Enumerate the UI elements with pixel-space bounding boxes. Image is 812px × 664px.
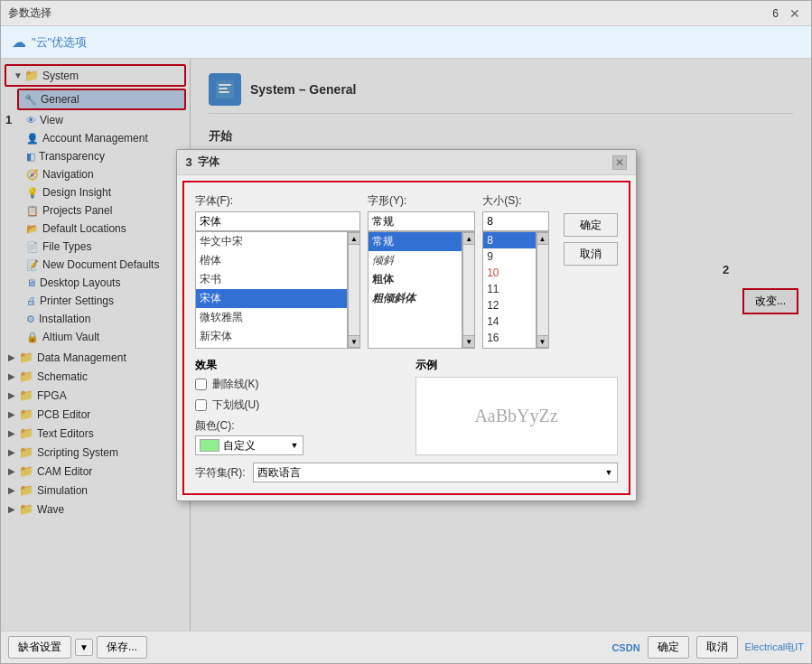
style-scrollbar-track xyxy=(463,245,474,335)
charset-select[interactable]: 西欧语言 ▼ xyxy=(253,463,618,482)
style-scrollbar-up-btn[interactable]: ▲ xyxy=(462,232,475,245)
font-style-label: 字形(Y): xyxy=(368,193,475,209)
charset-label: 字符集(R): xyxy=(195,465,249,481)
size-scrollbar-up-btn[interactable]: ▲ xyxy=(537,232,549,245)
font-style-list[interactable]: 常规 倾斜 粗体 粗倾斜体 xyxy=(368,231,462,349)
font-style-item-regular[interactable]: 常规 xyxy=(369,232,462,251)
effect-strikethrough-item[interactable]: 删除线(K) xyxy=(195,377,397,392)
font-dialog-close-button[interactable]: ✕ xyxy=(612,155,627,170)
charset-value: 西欧语言 xyxy=(257,465,301,481)
font-size-item-14[interactable]: 14 xyxy=(483,313,535,330)
sample-text: AaBbYyZz xyxy=(474,406,557,426)
font-name-col: 字体(F): 华文中宋 楷体 宋书 宋体 微软雅黑 新 xyxy=(195,193,360,349)
color-select-value: 自定义 xyxy=(223,438,256,454)
size-scrollbar-track xyxy=(537,245,548,335)
font-size-scrollbar[interactable]: ▲ ▼ xyxy=(537,231,549,349)
scrollbar-track xyxy=(349,245,359,335)
color-label: 颜色(C): xyxy=(195,418,235,434)
font-dialog-title: 字体 xyxy=(198,154,219,170)
font-list-item-songShu[interactable]: 宋书 xyxy=(196,270,347,289)
main-window: 参数选择 6 ✕ ☁ "云"优选项 1 ▼ 📁 System xyxy=(0,0,812,664)
charset-arrow-icon: ▼ xyxy=(605,468,613,477)
font-name-label: 字体(F): xyxy=(195,193,360,209)
style-scrollbar-down-btn[interactable]: ▼ xyxy=(462,335,475,348)
window-badge: 6 xyxy=(772,7,779,20)
font-size-input[interactable] xyxy=(482,211,548,231)
font-name-scrollbar[interactable]: ▲ ▼ xyxy=(348,231,360,349)
content-area: 1 ▼ 📁 System 🔧 General xyxy=(1,59,811,631)
effects-title: 效果 xyxy=(195,358,397,373)
effects-col: 效果 删除线(K) 下划线(U) 颜色(C): xyxy=(195,358,397,455)
color-select-arrow: ▼ xyxy=(291,441,299,450)
title-bar: 参数选择 6 ✕ xyxy=(1,1,811,26)
font-list-item-kaiti[interactable]: 楷体 xyxy=(196,251,347,270)
window-title: 参数选择 xyxy=(8,5,51,21)
font-selection-row: 字体(F): 华文中宋 楷体 宋书 宋体 微软雅黑 新 xyxy=(195,193,618,349)
font-dialog-body: 字体(F): 华文中宋 楷体 宋书 宋体 微软雅黑 新 xyxy=(184,182,629,493)
source-extra-label: Electrical电IT xyxy=(745,641,804,654)
effect-underline-label: 下划线(U) xyxy=(212,397,260,413)
cloud-icon: ☁ xyxy=(12,33,26,51)
close-icon[interactable]: ✕ xyxy=(786,5,804,23)
sample-col-wrapper: 示例 AaBbYyZz xyxy=(415,358,618,455)
font-style-item-bold[interactable]: 粗体 xyxy=(369,270,462,289)
font-name-list[interactable]: 华文中宋 楷体 宋书 宋体 微软雅黑 新宋体 幼圆 xyxy=(195,231,348,349)
font-size-label: 大小(S): xyxy=(482,193,548,209)
effect-underline-item[interactable]: 下划线(U) xyxy=(195,397,397,413)
bottom-right-area: CSDN 确定 取消 Electrical电IT xyxy=(611,636,804,659)
color-box xyxy=(200,439,219,452)
scrollbar-up-btn[interactable]: ▲ xyxy=(348,232,360,245)
font-dialog-confirm-button[interactable]: 确定 xyxy=(564,213,618,237)
effect-underline-checkbox[interactable] xyxy=(195,399,207,411)
font-size-list[interactable]: 8 9 10 11 12 14 16 xyxy=(482,231,536,349)
bottom-left-buttons: 缺省设置 ▼ 保存... xyxy=(8,636,147,659)
charset-row: 字符集(R): 西欧语言 ▼ xyxy=(195,463,618,482)
bottom-bar: 缺省设置 ▼ 保存... CSDN 确定 取消 Electrical电IT xyxy=(1,631,811,663)
font-style-input[interactable] xyxy=(368,211,475,231)
font-style-item-bolditalic[interactable]: 粗倾斜体 xyxy=(369,289,462,308)
size-scrollbar-down-btn[interactable]: ▼ xyxy=(537,335,549,348)
font-size-item-9[interactable]: 9 xyxy=(483,248,535,265)
effect-strikethrough-checkbox[interactable] xyxy=(195,379,207,390)
font-list-item-huawen[interactable]: 华文中宋 xyxy=(196,232,347,251)
cloud-header: ☁ "云"优选项 xyxy=(1,26,811,59)
font-list-item-songti[interactable]: 宋体 xyxy=(196,289,347,308)
cancel-button[interactable]: 取消 xyxy=(696,636,738,659)
font-size-item-8[interactable]: 8 xyxy=(483,232,535,248)
font-size-col: 大小(S): 8 9 10 11 12 14 xyxy=(482,193,548,349)
sample-title: 示例 xyxy=(415,358,618,373)
font-size-item-11[interactable]: 11 xyxy=(483,281,535,297)
font-style-item-italic[interactable]: 倾斜 xyxy=(369,251,462,270)
font-dialog-title-bar: 3 字体 ✕ xyxy=(177,150,636,175)
font-list-item-microsoftyahei[interactable]: 微软雅黑 xyxy=(196,308,347,327)
source-label: CSDN xyxy=(611,642,639,653)
default-settings-button[interactable]: 缺省设置 xyxy=(8,636,71,659)
font-dialog-overlay: 3 字体 ✕ 字体(F): xyxy=(1,59,811,631)
cloud-header-title: "云"优选项 xyxy=(32,34,87,51)
effects-sample-section: 效果 删除线(K) 下划线(U) 颜色(C): xyxy=(195,358,618,455)
ok-button[interactable]: 确定 xyxy=(648,636,689,659)
save-button[interactable]: 保存... xyxy=(97,636,147,659)
font-style-scrollbar[interactable]: ▲ ▼ xyxy=(462,231,475,349)
color-select-dropdown[interactable]: 自定义 ▼ xyxy=(195,435,303,455)
effect-strikethrough-label: 删除线(K) xyxy=(212,377,259,392)
font-dialog: 3 字体 ✕ 字体(F): xyxy=(176,149,637,501)
font-list-item-newsongti[interactable]: 新宋体 xyxy=(196,327,347,346)
sample-preview: AaBbYyZz xyxy=(415,377,618,455)
scrollbar-down-btn[interactable]: ▼ xyxy=(348,335,360,348)
font-size-item-16[interactable]: 16 xyxy=(483,330,535,346)
font-size-item-10[interactable]: 10 xyxy=(483,265,535,281)
color-row: 颜色(C): xyxy=(195,418,397,434)
default-settings-arrow[interactable]: ▼ xyxy=(75,639,93,656)
font-size-item-12[interactable]: 12 xyxy=(483,297,535,313)
dialog-action-buttons: 确定 取消 xyxy=(564,193,618,349)
label-3-indicator: 3 xyxy=(186,155,192,169)
font-dialog-cancel-button[interactable]: 取消 xyxy=(564,242,618,266)
font-style-col: 字形(Y): 常规 倾斜 粗体 粗倾斜体 xyxy=(368,193,475,349)
font-name-input[interactable] xyxy=(195,211,360,231)
font-list-item-youcuan[interactable]: 幼圆 xyxy=(196,346,347,349)
